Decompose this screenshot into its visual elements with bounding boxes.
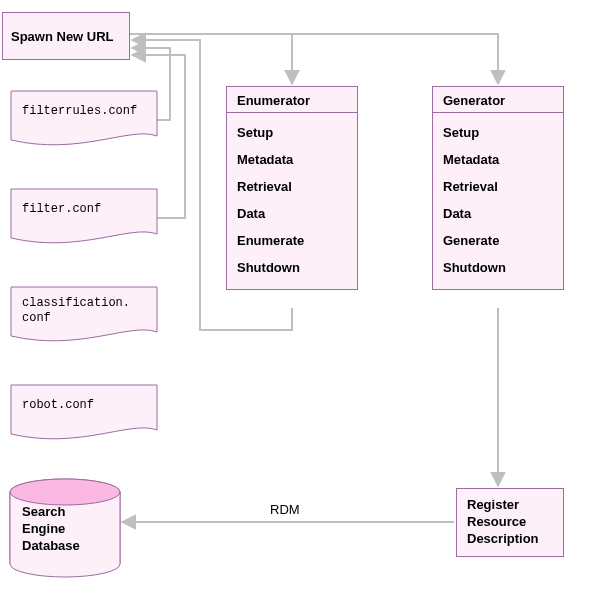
- generator-item: Generate: [443, 227, 553, 254]
- database-cylinder: Search Engine Database: [8, 478, 122, 581]
- enumerator-item: Enumerate: [237, 227, 347, 254]
- svg-point-1: [10, 479, 120, 505]
- doc-classification: classification. conf: [10, 286, 158, 348]
- doc-classification-label: classification. conf: [22, 296, 130, 326]
- generator-box: Generator Setup Metadata Retrieval Data …: [432, 86, 564, 290]
- register-line: Register: [467, 497, 553, 514]
- enumerator-body: Setup Metadata Retrieval Data Enumerate …: [227, 113, 357, 289]
- generator-item: Metadata: [443, 146, 553, 173]
- database-line: Database: [22, 538, 80, 555]
- enumerator-item: Retrieval: [237, 173, 347, 200]
- database-line: Engine: [22, 521, 80, 538]
- generator-item: Data: [443, 200, 553, 227]
- doc-filter-label: filter.conf: [22, 202, 101, 217]
- database-line: Search: [22, 504, 80, 521]
- register-box: Register Resource Description: [456, 488, 564, 557]
- doc-filterrules: filterrules.conf: [10, 90, 158, 152]
- enumerator-item: Data: [237, 200, 347, 227]
- doc-filterrules-label: filterrules.conf: [22, 104, 137, 119]
- register-line: Resource: [467, 514, 553, 531]
- generator-title: Generator: [433, 87, 563, 113]
- generator-item: Retrieval: [443, 173, 553, 200]
- generator-item: Setup: [443, 119, 553, 146]
- doc-filter: filter.conf: [10, 188, 158, 250]
- enumerator-item: Setup: [237, 119, 347, 146]
- generator-item: Shutdown: [443, 254, 553, 281]
- spawn-box: Spawn New URL: [2, 12, 130, 60]
- enumerator-box: Enumerator Setup Metadata Retrieval Data…: [226, 86, 358, 290]
- enumerator-item: Metadata: [237, 146, 347, 173]
- doc-robot-label: robot.conf: [22, 398, 94, 413]
- enumerator-title: Enumerator: [227, 87, 357, 113]
- enumerator-item: Shutdown: [237, 254, 347, 281]
- edge-label-rdm: RDM: [270, 502, 300, 517]
- database-label: Search Engine Database: [22, 504, 80, 555]
- spawn-label: Spawn New URL: [11, 29, 114, 44]
- doc-robot: robot.conf: [10, 384, 158, 446]
- register-line: Description: [467, 531, 553, 548]
- diagram-canvas: Spawn New URL filterrules.conf filter.co…: [0, 0, 591, 590]
- generator-body: Setup Metadata Retrieval Data Generate S…: [433, 113, 563, 289]
